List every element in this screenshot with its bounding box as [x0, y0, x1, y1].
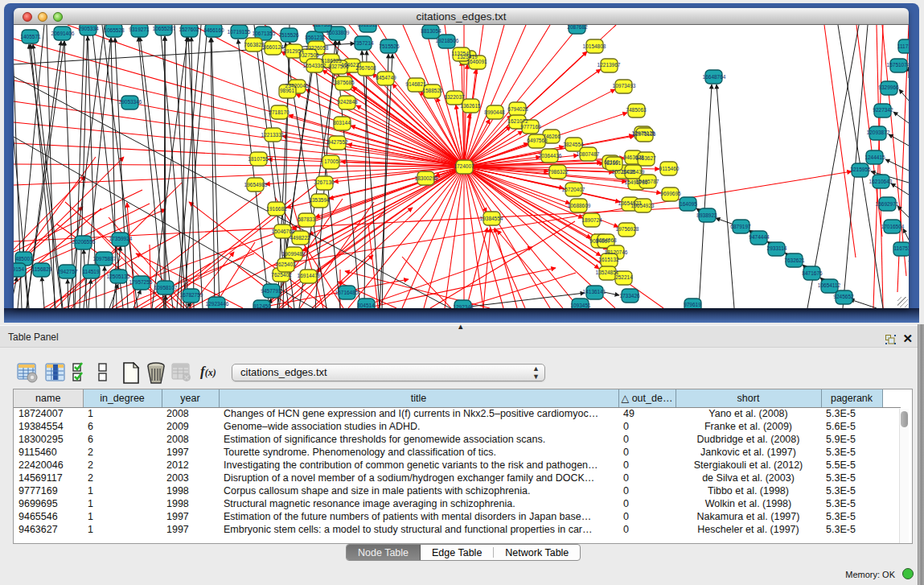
svg-text:15716485: 15716485 [335, 290, 359, 295]
svg-text:10688609: 10688609 [568, 203, 591, 208]
svg-text:7515526: 7515526 [379, 43, 400, 49]
svg-text:7357214: 7357214 [353, 40, 374, 46]
svg-text:15046766: 15046766 [272, 229, 295, 234]
svg-text:10025439: 10025439 [622, 169, 645, 175]
svg-text:1621072: 1621072 [507, 118, 528, 124]
svg-text:8471676: 8471676 [802, 270, 823, 276]
svg-text:16914479: 16914479 [298, 273, 321, 278]
svg-text:7986322: 7986322 [548, 169, 569, 175]
svg-text:164095: 164095 [680, 201, 697, 207]
svg-text:804514: 804514 [357, 303, 375, 308]
svg-text:15692971: 15692971 [876, 201, 899, 207]
svg-text:15751074: 15751074 [887, 62, 909, 68]
svg-text:14136141: 14136141 [583, 289, 606, 295]
svg-text:10671355: 10671355 [253, 31, 276, 36]
svg-text:2718170: 2718170 [269, 109, 290, 115]
svg-text:12975126: 12975126 [633, 131, 656, 137]
svg-text:9474444: 9474444 [749, 234, 770, 240]
svg-text:803144: 803144 [333, 120, 351, 126]
svg-text:7485063: 7485063 [626, 107, 647, 113]
svg-text:2967608: 2967608 [355, 65, 376, 71]
svg-text:18300295: 18300295 [415, 175, 438, 181]
svg-text:39154: 39154 [14, 266, 24, 272]
svg-text:29053346: 29053346 [119, 99, 142, 105]
svg-text:6322037: 6322037 [444, 94, 465, 100]
svg-text:1733426: 1733426 [619, 293, 640, 299]
svg-text:1588520: 1588520 [422, 88, 443, 93]
svg-text:7515526: 7515526 [278, 32, 299, 38]
svg-text:1156829: 1156829 [32, 266, 52, 272]
svg-text:9777169: 9777169 [520, 124, 541, 130]
svg-text:3267130: 3267130 [314, 179, 335, 185]
svg-text:1890724: 1890724 [581, 217, 602, 223]
svg-text:912450: 912450 [253, 303, 271, 308]
svg-text:9319271: 9319271 [129, 27, 150, 32]
svg-text:62161: 62161 [606, 160, 621, 166]
svg-text:9242848: 9242848 [337, 99, 358, 105]
svg-text:6879197: 6879197 [730, 224, 751, 229]
svg-text:8912311: 8912311 [358, 25, 378, 27]
svg-text:6466160: 6466160 [203, 27, 224, 33]
svg-text:114519: 114519 [82, 269, 100, 274]
svg-text:13226058: 13226058 [306, 45, 329, 51]
svg-text:7663822: 7663822 [244, 42, 265, 47]
svg-text:8561231: 8561231 [305, 35, 326, 40]
svg-text:19654985: 19654985 [244, 182, 268, 187]
svg-text:19218506: 19218506 [436, 38, 459, 43]
svg-text:1724007: 1724007 [454, 163, 474, 169]
svg-text:1362615: 1362615 [460, 103, 481, 109]
svg-text:2087682: 2087682 [567, 25, 588, 30]
svg-text:17957255: 17957255 [129, 279, 153, 285]
svg-text:16033809: 16033809 [326, 30, 350, 35]
svg-text:19099489: 19099489 [282, 251, 306, 257]
svg-text:8660124: 8660124 [263, 44, 284, 50]
svg-text:9084068: 9084068 [596, 237, 617, 243]
svg-text:12213331: 12213331 [261, 132, 285, 138]
svg-text:1615132: 1615132 [598, 257, 619, 262]
svg-text:10807487: 10807487 [577, 151, 600, 157]
svg-text:12923446: 12923446 [206, 301, 229, 307]
svg-text:10654112: 10654112 [818, 282, 841, 288]
svg-text:9327506: 9327506 [328, 64, 349, 69]
svg-text:9227342: 9227342 [873, 107, 893, 113]
svg-text:16543362: 16543362 [303, 63, 326, 68]
svg-text:485001: 485001 [15, 256, 33, 262]
svg-text:1117121: 1117121 [897, 43, 909, 49]
svg-text:17005: 17005 [324, 159, 339, 164]
svg-text:9115460: 9115460 [659, 166, 680, 171]
svg-text:10154808: 10154808 [583, 43, 606, 49]
svg-text:19756928: 19756928 [616, 226, 639, 232]
svg-text:1916682: 1916682 [266, 206, 287, 212]
svg-text:1646091: 1646091 [466, 59, 487, 64]
svg-text:1093451: 1093451 [570, 303, 591, 308]
svg-text:20364436: 20364436 [539, 153, 562, 159]
svg-text:9146821: 9146821 [405, 81, 426, 87]
svg-text:6497568: 6497568 [527, 138, 548, 143]
svg-text:979619: 979619 [684, 302, 701, 307]
svg-text:8454749: 8454749 [376, 75, 396, 80]
svg-text:17016504: 17016504 [881, 224, 905, 229]
svg-text:4498222: 4498222 [290, 235, 310, 241]
svg-text:16782759: 16782759 [180, 292, 203, 298]
svg-text:1353594: 1353594 [309, 197, 330, 203]
svg-text:3215955: 3215955 [850, 167, 871, 172]
svg-text:587833: 587833 [298, 216, 315, 222]
svg-text:8990448: 8990448 [484, 109, 505, 115]
svg-text:252214: 252214 [615, 274, 633, 280]
svg-text:9327505: 9327505 [298, 52, 319, 58]
svg-text:7632621: 7632621 [784, 257, 805, 263]
svg-text:17359924: 17359924 [109, 236, 133, 241]
svg-text:1527602: 1527602 [179, 27, 199, 32]
svg-text:98961: 98961 [280, 88, 294, 93]
svg-text:16210643: 16210643 [869, 179, 893, 184]
svg-text:20206556: 20206556 [72, 239, 96, 245]
svg-text:10975887: 10975887 [93, 256, 117, 262]
svg-text:10719155: 10719155 [228, 29, 251, 35]
svg-text:9457791: 9457791 [261, 288, 281, 294]
svg-text:9329966: 9329966 [878, 84, 899, 90]
svg-text:3875685: 3875685 [334, 80, 355, 85]
svg-text:19384554: 19384554 [480, 216, 503, 221]
svg-text:12093872: 12093872 [867, 130, 890, 135]
svg-text:16648764: 16648764 [703, 74, 726, 80]
svg-text:8938923: 8938923 [696, 212, 717, 218]
